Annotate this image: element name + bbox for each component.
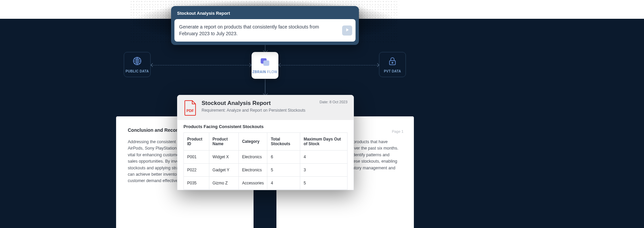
- col-product-id: Product ID: [184, 133, 209, 151]
- stockout-table: Product ID Product Name Category Total S…: [183, 132, 347, 190]
- report-card: PDF Stockout Analysis Report Requirement…: [177, 95, 354, 190]
- zbrain-flow-label: ZBRAIN FLOW: [253, 70, 278, 74]
- prompt-text: Generate a report on products that consi…: [179, 24, 337, 37]
- col-max-days: Maximum Days Out of Stock: [300, 133, 347, 151]
- cell: 5: [267, 164, 300, 177]
- table-row: P035 Gizmo Z Accessories 4 5: [184, 177, 347, 190]
- zbrain-label-sub: FLOW: [267, 70, 278, 74]
- cell: 6: [267, 151, 300, 164]
- play-icon: [344, 27, 350, 34]
- cell: P022: [184, 164, 209, 177]
- report-section-heading: Products Facing Consistent Stockouts: [183, 124, 347, 129]
- col-category: Category: [238, 133, 267, 151]
- globe-icon: [132, 56, 142, 67]
- report-header: PDF Stockout Analysis Report Requirement…: [177, 95, 354, 120]
- send-button[interactable]: [342, 25, 352, 36]
- svg-text:PDF: PDF: [186, 109, 194, 113]
- public-data-label: PUBLIC DATA: [125, 69, 149, 73]
- cell: Gizmo Z: [209, 177, 238, 190]
- cell: 4: [267, 177, 300, 190]
- cell: Gadget Y: [209, 164, 238, 177]
- cell: P035: [184, 177, 209, 190]
- private-data-label: PVT DATA: [384, 69, 401, 73]
- report-title: Stockout Analysis Report: [202, 100, 315, 107]
- table-header-row: Product ID Product Name Category Total S…: [184, 133, 347, 151]
- svg-rect-4: [263, 60, 269, 66]
- prompt-input[interactable]: Generate a report on products that consi…: [174, 19, 356, 42]
- cell: Electronics: [238, 164, 267, 177]
- prompt-title: Stockout Analysis Report: [174, 9, 356, 19]
- report-body: Products Facing Consistent Stockouts Pro…: [177, 120, 354, 190]
- table-row: P022 Gadget Y Electronics 5 3: [184, 164, 347, 177]
- col-product-name: Product Name: [209, 133, 238, 151]
- zbrain-flow-node: ZBRAIN FLOW: [252, 52, 278, 79]
- cell: 5: [300, 177, 347, 190]
- cell: Accessories: [238, 177, 267, 190]
- col-total-stockouts: Total Stockouts: [267, 133, 300, 151]
- zbrain-logo-icon: [260, 57, 270, 68]
- connector-right: [279, 65, 378, 65]
- connector-left: [151, 65, 251, 65]
- lock-icon: [387, 56, 397, 67]
- cell: P001: [184, 151, 209, 164]
- cell: Electronics: [238, 151, 267, 164]
- cell: 4: [300, 151, 347, 164]
- cell: Widget X: [209, 151, 238, 164]
- cell: 3: [300, 164, 347, 177]
- svg-point-2: [392, 62, 393, 63]
- report-date: Date: 8 Oct 2023: [320, 100, 347, 104]
- table-row: P001 Widget X Electronics 6 4: [184, 151, 347, 164]
- prompt-card: Stockout Analysis Report Generate a repo…: [171, 6, 359, 45]
- page-number: Page 1: [392, 129, 404, 133]
- pdf-icon: PDF: [183, 100, 197, 115]
- public-data-node: PUBLIC DATA: [124, 52, 151, 77]
- zbrain-label-main: ZBRAIN: [253, 70, 266, 74]
- private-data-node: PVT DATA: [379, 52, 406, 77]
- report-requirement: Requirement: Analyze and Report on Persi…: [202, 108, 315, 113]
